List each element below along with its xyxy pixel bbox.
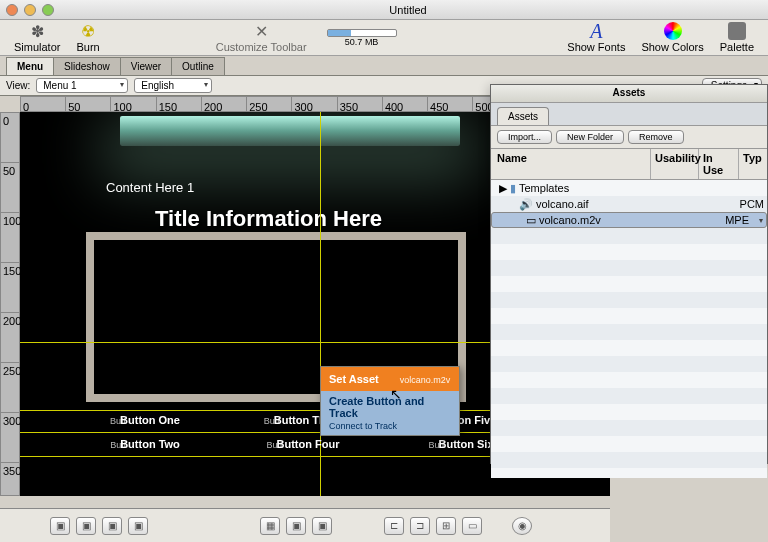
asset-item-volcano-m2v[interactable]: ▭volcano.m2vMPE: [491, 212, 767, 228]
shapes-button[interactable]: ▣: [76, 517, 96, 535]
disclosure-triangle-icon[interactable]: ▶: [499, 182, 507, 195]
tab-slideshow[interactable]: Slideshow: [53, 57, 121, 75]
new-folder-button[interactable]: New Folder: [556, 130, 624, 144]
language-select[interactable]: English: [134, 78, 212, 93]
palette-icon: [728, 22, 746, 40]
content-text[interactable]: Content Here 1: [106, 180, 194, 195]
actual-button[interactable]: ▭: [462, 517, 482, 535]
drag-file-icon: volcano.m2v: [400, 375, 451, 385]
vertical-ruler: 050100150200250300350: [0, 112, 20, 496]
assets-list: ▶▮Templates 🔊volcano.aifPCM ▭volcano.m2v…: [491, 180, 767, 478]
menu-button-two[interactable]: ButtButton Two: [80, 438, 210, 450]
disk-space-meter: 50.7 MB: [327, 29, 397, 47]
import-button[interactable]: Import...: [497, 130, 552, 144]
main-tabs: Menu Slideshow Viewer Outline: [0, 56, 768, 76]
tab-viewer[interactable]: Viewer: [120, 57, 172, 75]
col-type[interactable]: Typ: [739, 149, 767, 179]
show-colors-button[interactable]: Show Colors: [635, 22, 709, 53]
col-usability[interactable]: Usability: [651, 149, 699, 179]
assets-columns: Name Usability In Use Typ: [491, 148, 767, 180]
menu-button-four[interactable]: ButtButton Four: [238, 438, 368, 450]
main-toolbar: ✽Simulator ☢Burn ✕Customize Toolbar 50.7…: [0, 20, 768, 56]
zoom-window-icon[interactable]: [42, 4, 54, 16]
close-window-icon[interactable]: [6, 4, 18, 16]
styles-button[interactable]: ▣: [102, 517, 122, 535]
assets-button[interactable]: ▣: [128, 517, 148, 535]
person-button[interactable]: ◉: [512, 517, 532, 535]
fonts-icon: A: [587, 22, 605, 40]
menu-button-one[interactable]: ButtButton One: [80, 414, 210, 426]
cursor-icon: ↖: [390, 386, 402, 402]
distribute-button[interactable]: ⊐: [410, 517, 430, 535]
window-titlebar: Untitled: [0, 0, 768, 20]
palette-button[interactable]: Palette: [714, 22, 760, 53]
hammer-icon: ✕: [252, 22, 270, 40]
bottom-toolbar: ▣ ▣ ▣ ▣ ▦ ▣ ▣ ⊏ ⊐ ⊞ ▭ ◉: [0, 508, 610, 542]
tab-outline[interactable]: Outline: [171, 57, 225, 75]
inspector-button[interactable]: ▦: [260, 517, 280, 535]
minimize-window-icon[interactable]: [24, 4, 36, 16]
video-icon: ▭: [526, 214, 536, 227]
simulator-button[interactable]: ✽Simulator: [8, 22, 66, 53]
assets-tab[interactable]: Assets: [497, 107, 549, 125]
col-in-use[interactable]: In Use: [699, 149, 739, 179]
tab-menu[interactable]: Menu: [6, 57, 54, 75]
remove-button[interactable]: Remove: [628, 130, 684, 144]
show-fonts-button[interactable]: AShow Fonts: [561, 22, 631, 53]
view-button[interactable]: ▣: [312, 517, 332, 535]
simulator-icon: ✽: [28, 22, 46, 40]
view-label: View:: [6, 80, 30, 91]
burn-icon: ☢: [79, 22, 97, 40]
button-row-2: ButtButton Two ButtButton Four ButtButto…: [80, 438, 526, 450]
folder-icon: ▮: [510, 182, 516, 195]
fit-button[interactable]: ⊞: [436, 517, 456, 535]
asset-item-templates[interactable]: ▶▮Templates: [491, 180, 767, 196]
colors-icon: [664, 22, 682, 40]
asset-item-volcano-aif[interactable]: 🔊volcano.aifPCM: [491, 196, 767, 212]
assets-panel: Assets Assets Import... New Folder Remov…: [490, 84, 768, 464]
menu-select[interactable]: Menu 1: [36, 78, 128, 93]
burn-button[interactable]: ☢Burn: [70, 22, 105, 53]
align-button[interactable]: ⊏: [384, 517, 404, 535]
customize-toolbar-button[interactable]: ✕Customize Toolbar: [210, 22, 313, 53]
light-graphic: [120, 116, 460, 146]
window-title: Untitled: [54, 4, 762, 16]
audio-icon: 🔊: [519, 198, 533, 211]
templates-button[interactable]: ▣: [50, 517, 70, 535]
col-name[interactable]: Name: [491, 149, 651, 179]
menu-title-text[interactable]: Title Information Here: [155, 206, 382, 232]
assets-panel-title: Assets: [491, 85, 767, 103]
layer-button[interactable]: ▣: [286, 517, 306, 535]
